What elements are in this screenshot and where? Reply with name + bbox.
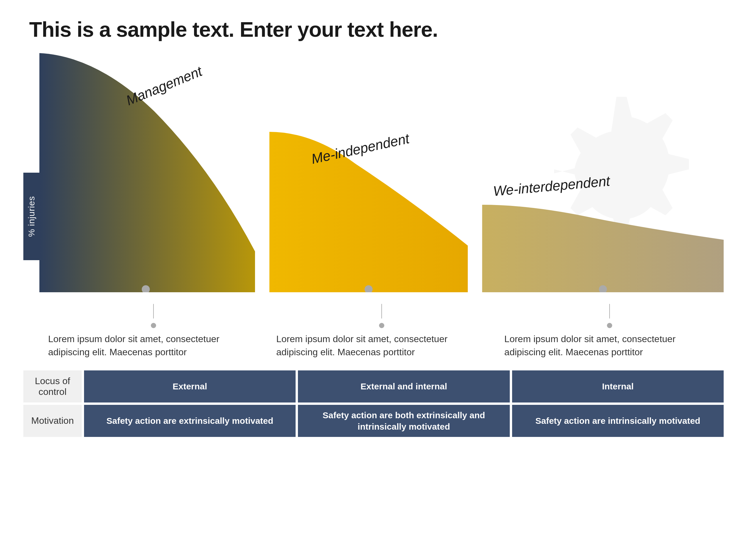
description-text-2: Lorem ipsum dolor sit amet, consectetuer… — [276, 332, 487, 359]
curve-label-me-independent: Me-independent — [310, 130, 411, 167]
description-col-3: Lorem ipsum dolor sit amet, consectetuer… — [495, 304, 724, 359]
y-axis-label: % injuries — [23, 173, 40, 260]
row-cells-motivation: Safety action are extrinsically motivate… — [82, 405, 724, 437]
descriptions-area: Lorem ipsum dolor sit amet, consectetuer… — [23, 304, 724, 359]
table-row-locus: Locus of control External External and i… — [23, 370, 724, 402]
dot-connector-1 — [151, 323, 156, 328]
main-content: % injuries — [0, 53, 747, 437]
chart-area: % injuries — [23, 53, 724, 292]
table-section: Locus of control External External and i… — [23, 370, 724, 437]
cell-locus-internal: Internal — [512, 370, 724, 402]
row-label-motivation: Motivation — [23, 405, 82, 437]
cell-motivation-both: Safety action are both extrinsically and… — [298, 405, 510, 437]
cell-locus-external: External — [84, 370, 295, 402]
description-text-1: Lorem ipsum dolor sit amet, consectetuer… — [48, 332, 259, 359]
chart-svg-container: Management Me-independent We-interdepend… — [40, 53, 724, 292]
table-row-motivation: Motivation Safety action are extrinsical… — [23, 405, 724, 437]
dot-connector-3 — [607, 323, 612, 328]
description-col-1: Lorem ipsum dolor sit amet, consectetuer… — [40, 304, 267, 359]
description-text-3: Lorem ipsum dolor sit amet, consectetuer… — [504, 332, 715, 359]
cell-motivation-extrinsic: Safety action are extrinsically motivate… — [84, 405, 295, 437]
cell-motivation-intrinsic: Safety action are intrinsically motivate… — [512, 405, 724, 437]
cell-locus-external-internal: External and internal — [298, 370, 510, 402]
dot-connector-2 — [379, 323, 384, 328]
row-cells-locus: External External and internal Internal — [82, 370, 724, 402]
description-col-2: Lorem ipsum dolor sit amet, consectetuer… — [267, 304, 496, 359]
curve-label-management: Management — [124, 63, 205, 108]
page-title: This is a sample text. Enter your text h… — [0, 0, 747, 47]
row-label-locus: Locus of control — [23, 370, 82, 402]
curve-label-we-interdependent: We-interdependent — [493, 173, 611, 199]
